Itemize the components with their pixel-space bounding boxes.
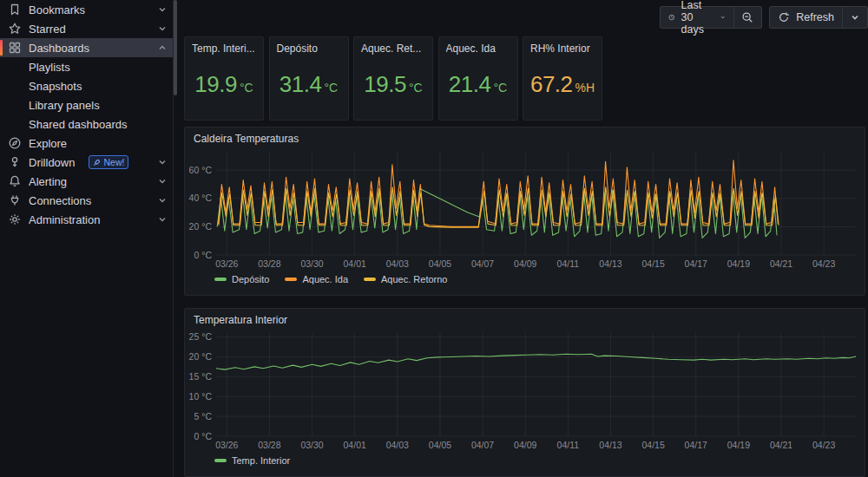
time-range-picker[interactable]: Last 30 days xyxy=(661,7,733,28)
stat-panel-0: Temp. Interi...19.9°C xyxy=(184,36,264,121)
sidebar-item-snapshots[interactable]: Snapshots xyxy=(0,76,173,95)
svg-text:04/01: 04/01 xyxy=(344,440,366,450)
svg-text:20 °C: 20 °C xyxy=(189,221,213,232)
svg-text:04/23: 04/23 xyxy=(812,440,835,450)
sidebar-item-connections[interactable]: Connections xyxy=(0,191,173,210)
legend-item-temp-interior[interactable]: Temp. Interior xyxy=(214,455,290,466)
legend-swatch xyxy=(285,278,297,281)
sidebar-item-alerting[interactable]: Alerting xyxy=(0,172,173,191)
legend-label: Temp. Interior xyxy=(232,455,290,466)
chart-legend: Temp. Interior xyxy=(185,454,865,466)
panel-title[interactable]: Temperatura Interior xyxy=(185,309,865,328)
chevron-down-icon[interactable] xyxy=(157,23,168,34)
interior-chart-plot[interactable]: 0 °C5 °C10 °C15 °C20 °C25 °C03/2603/2803… xyxy=(185,328,865,454)
sidebar-item-label: Starred xyxy=(29,23,150,36)
svg-text:03/28: 03/28 xyxy=(258,258,280,269)
sidebar-item-label: Drilldown xyxy=(29,156,75,169)
chevron-down-icon[interactable] xyxy=(157,176,168,186)
chevron-down-icon[interactable] xyxy=(157,195,168,206)
svg-text:04/13: 04/13 xyxy=(599,440,621,450)
svg-text:25 °C: 25 °C xyxy=(189,331,213,342)
sidebar-item-label: Alerting xyxy=(29,175,150,188)
stat-unit: °C xyxy=(493,75,507,95)
compass-icon xyxy=(8,136,22,150)
bookmark-icon xyxy=(8,3,22,16)
svg-text:03/26: 03/26 xyxy=(215,258,238,269)
new-badge: New! xyxy=(89,155,128,169)
sidebar-item-label: Snapshots xyxy=(29,80,168,93)
star-icon xyxy=(8,22,22,36)
stat-panel-4: RH% Interior67.2%H xyxy=(523,36,602,121)
time-range-label: Last 30 days xyxy=(681,0,715,36)
refresh-button[interactable]: Refresh xyxy=(770,7,842,28)
svg-text:04/11: 04/11 xyxy=(557,440,580,450)
svg-text:04/17: 04/17 xyxy=(685,258,707,269)
content-scrollbar-thumb[interactable] xyxy=(174,0,177,95)
svg-text:04/13: 04/13 xyxy=(599,258,621,269)
stat-panel-1: Depósito31.4°C xyxy=(269,36,349,121)
dashboard-toolbar: Last 30 days Refresh xyxy=(660,6,868,29)
nav-sidebar: BookmarksStarredDashboardsPlaylistsSnaps… xyxy=(0,0,174,477)
refresh-icon xyxy=(778,11,790,23)
sidebar-item-dashboards[interactable]: Dashboards xyxy=(0,38,173,57)
stat-value: 21.4 xyxy=(449,71,491,98)
svg-text:03/26: 03/26 xyxy=(215,440,238,450)
stat-title: Depósito xyxy=(277,42,341,55)
sidebar-item-playlists[interactable]: Playlists xyxy=(0,57,173,76)
stat-value: 31.4 xyxy=(279,71,322,98)
apps-icon xyxy=(8,41,22,55)
stat-panel-3: Aquec. Ida21.4°C xyxy=(438,36,518,121)
svg-text:04/03: 04/03 xyxy=(386,440,409,450)
legend-label: Aquec. Retorno xyxy=(381,274,447,284)
svg-text:03/30: 03/30 xyxy=(300,440,323,450)
chevron-down-icon[interactable] xyxy=(157,4,168,15)
chart-legend: DepósitoAquec. IdaAquec. Retorno xyxy=(185,272,865,284)
sidebar-item-shared-dashboards[interactable]: Shared dashboards xyxy=(0,114,173,134)
sidebar-item-label: Bookmarks xyxy=(29,3,150,16)
stat-panel-2: Aquec. Ret...19.5°C xyxy=(353,36,433,121)
sidebar-item-label: Library panels xyxy=(29,99,168,112)
sidebar-item-starred[interactable]: Starred xyxy=(0,19,173,38)
panel-caldeira-temperaturas: Caldeira Temperaturas 0 °C20 °C40 °C60 °… xyxy=(184,127,865,296)
chevron-down-icon[interactable] xyxy=(157,157,168,167)
sidebar-item-label: Playlists xyxy=(29,61,168,74)
panel-title[interactable]: Caldeira Temperaturas xyxy=(185,127,865,147)
stat-unit: °C xyxy=(324,75,338,95)
sidebar-item-drilldown[interactable]: DrilldownNew! xyxy=(0,153,173,172)
sidebar-item-label: Explore xyxy=(29,137,168,150)
svg-text:04/23: 04/23 xyxy=(812,258,835,269)
chevron-down-icon xyxy=(720,13,725,22)
svg-text:04/17: 04/17 xyxy=(685,440,707,450)
svg-text:10 °C: 10 °C xyxy=(189,391,213,402)
zoom-out-button[interactable] xyxy=(733,7,761,28)
svg-text:04/19: 04/19 xyxy=(727,258,750,269)
legend-item-aquec-ida[interactable]: Aquec. Ida xyxy=(285,274,348,284)
sidebar-item-bookmarks[interactable]: Bookmarks xyxy=(0,0,173,19)
svg-text:04/21: 04/21 xyxy=(770,258,792,269)
legend-swatch xyxy=(214,459,227,462)
svg-text:04/03: 04/03 xyxy=(386,258,409,269)
svg-text:04/19: 04/19 xyxy=(727,440,750,450)
legend-item-aquec-retorno[interactable]: Aquec. Retorno xyxy=(364,274,447,284)
chevron-down-icon xyxy=(851,13,859,22)
legend-item-dep-sito[interactable]: Depósito xyxy=(214,274,269,284)
svg-text:0 °C: 0 °C xyxy=(194,250,212,260)
sidebar-item-explore[interactable]: Explore xyxy=(0,134,173,153)
chevron-down-icon[interactable] xyxy=(157,214,168,225)
chevron-up-icon[interactable] xyxy=(157,42,168,53)
stat-value: 19.9 xyxy=(194,71,237,98)
svg-text:40 °C: 40 °C xyxy=(189,193,213,203)
sidebar-item-administration[interactable]: Administration xyxy=(0,210,173,229)
stat-unit: °C xyxy=(240,75,253,95)
svg-text:04/11: 04/11 xyxy=(557,258,580,269)
rocket-icon xyxy=(93,159,101,167)
sidebar-item-library-panels[interactable]: Library panels xyxy=(0,95,173,114)
clock-icon xyxy=(668,11,675,23)
caldeira-chart-plot[interactable]: 0 °C20 °C40 °C60 °C03/2603/2803/3004/010… xyxy=(185,147,865,272)
svg-text:04/09: 04/09 xyxy=(514,440,536,450)
sidebar-item-label: Administration xyxy=(29,213,150,226)
stat-value: 67.2 xyxy=(530,71,573,98)
stat-title: Temp. Interi... xyxy=(192,42,256,55)
sidebar-item-label: Shared dashboards xyxy=(29,118,168,131)
refresh-interval-dropdown[interactable] xyxy=(843,7,867,28)
